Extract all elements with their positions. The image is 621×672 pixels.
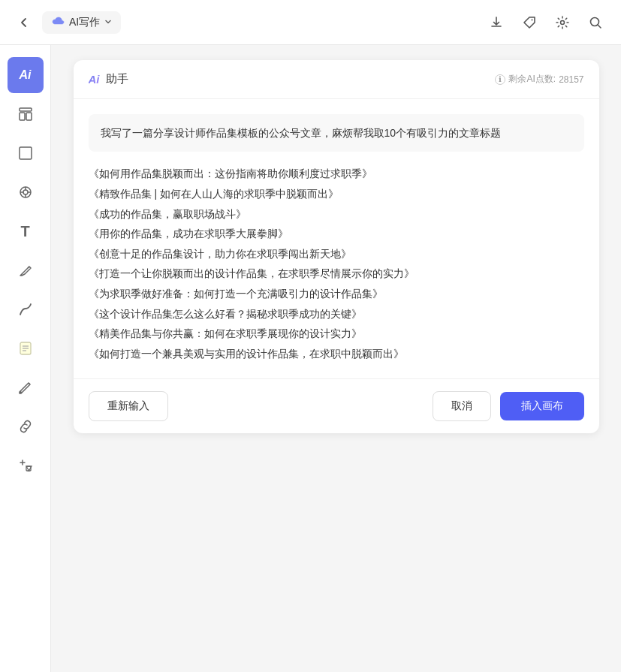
ai-response-line: 《创意十足的作品集设计，助力你在求职季闯出新天地》	[89, 244, 584, 264]
edit-icon	[17, 379, 34, 396]
link-icon	[17, 418, 34, 435]
toolbar-title: AI写作	[69, 16, 100, 29]
ai-response-line: 《精美作品集与你共赢：如何在求职季展现你的设计实力》	[89, 324, 584, 344]
text-icon: T	[20, 223, 29, 240]
ai-response-line: 《成功的作品集，赢取职场战斗》	[89, 204, 584, 225]
download-button[interactable]	[483, 9, 510, 36]
svg-point-8	[23, 190, 28, 194]
shape-icon	[17, 457, 34, 474]
component-icon	[17, 184, 34, 200]
search-button[interactable]	[582, 9, 609, 36]
sidebar-item-component[interactable]	[8, 174, 44, 210]
sidebar: Ai T	[0, 45, 51, 672]
ai-response-line: 《如何用作品集脱颖而出：这份指南将助你顺利度过求职季》	[89, 164, 584, 184]
sidebar-item-note[interactable]	[8, 330, 44, 366]
sidebar-item-ai[interactable]: Ai	[8, 57, 44, 93]
sidebar-item-text[interactable]: T	[8, 213, 44, 249]
path-icon	[17, 301, 34, 318]
svg-point-0	[532, 19, 533, 20]
credits-value: 28157	[559, 74, 583, 85]
ai-response-line: 《如何打造一个兼具美观与实用的设计作品集，在求职中脱颖而出》	[89, 344, 584, 364]
layout-icon	[17, 106, 34, 122]
svg-point-1	[561, 20, 565, 24]
panel-header: Ai 助手 ℹ 剩余AI点数: 28157	[74, 60, 599, 99]
panel-footer: 重新输入 取消 插入画布	[74, 378, 599, 433]
sidebar-item-edit[interactable]	[8, 369, 44, 405]
ai-response: 《如何用作品集脱颖而出：这份指南将助你顺利度过求职季》《精致作品集 | 如何在人…	[89, 164, 584, 363]
top-toolbar: AI写作	[0, 0, 621, 45]
user-query: 我写了一篇分享设计师作品集模板的公众号文章，麻烦帮我取10个有吸引力的文章标题	[89, 114, 584, 152]
sidebar-item-layout[interactable]	[8, 96, 44, 132]
credits-label: 剩余AI点数:	[508, 73, 556, 86]
sidebar-item-path[interactable]	[8, 291, 44, 327]
settings-button[interactable]	[549, 9, 576, 36]
panel-card: Ai 助手 ℹ 剩余AI点数: 28157 我写了一篇分享设计师作品集模板的公众…	[74, 60, 599, 433]
panel-content: 我写了一篇分享设计师作品集模板的公众号文章，麻烦帮我取10个有吸引力的文章标题 …	[74, 99, 599, 378]
panel-title: 助手	[106, 72, 128, 86]
svg-rect-3	[20, 108, 32, 111]
back-button[interactable]	[12, 11, 36, 35]
sidebar-item-shape[interactable]	[8, 447, 44, 484]
ai-response-line: 《精致作品集 | 如何在人山人海的求职季中脱颖而出》	[89, 184, 584, 204]
ai-response-line: 《这个设计作品集怎么这么好看？揭秘求职季成功的关键》	[89, 304, 584, 324]
panel-credits: ℹ 剩余AI点数: 28157	[495, 73, 583, 86]
reinput-button[interactable]: 重新输入	[89, 391, 168, 421]
note-icon	[17, 340, 34, 357]
toolbar-title-group[interactable]: AI写作	[42, 11, 121, 34]
svg-rect-6	[20, 147, 32, 159]
ai-icon: Ai	[20, 68, 32, 82]
ai-response-line: 《为求职季做好准备：如何打造一个充满吸引力的设计作品集》	[89, 284, 584, 304]
chevron-down-icon	[104, 18, 112, 27]
insert-button[interactable]: 插入画布	[500, 392, 584, 420]
sidebar-item-draw[interactable]	[8, 252, 44, 288]
panel-ai-logo: Ai	[89, 73, 100, 86]
panel-ai-icon: Ai	[89, 73, 100, 86]
sidebar-item-frame[interactable]	[8, 135, 44, 171]
svg-rect-5	[26, 113, 32, 120]
ai-response-line: 《用你的作品集，成功在求职季大展拳脚》	[89, 224, 584, 244]
cloud-icon	[51, 16, 65, 29]
main-area: Ai T	[0, 45, 621, 672]
svg-rect-4	[20, 113, 25, 120]
info-icon: ℹ	[495, 74, 505, 85]
draw-icon	[17, 262, 34, 279]
sidebar-item-link[interactable]	[8, 408, 44, 444]
ai-response-line: 《打造一个让你脱颖而出的设计作品集，在求职季尽情展示你的实力》	[89, 264, 584, 284]
tag-button[interactable]	[516, 9, 543, 36]
cancel-button[interactable]: 取消	[433, 391, 491, 421]
frame-icon	[17, 145, 34, 161]
ai-panel-area: Ai 助手 ℹ 剩余AI点数: 28157 我写了一篇分享设计师作品集模板的公众…	[51, 45, 621, 672]
